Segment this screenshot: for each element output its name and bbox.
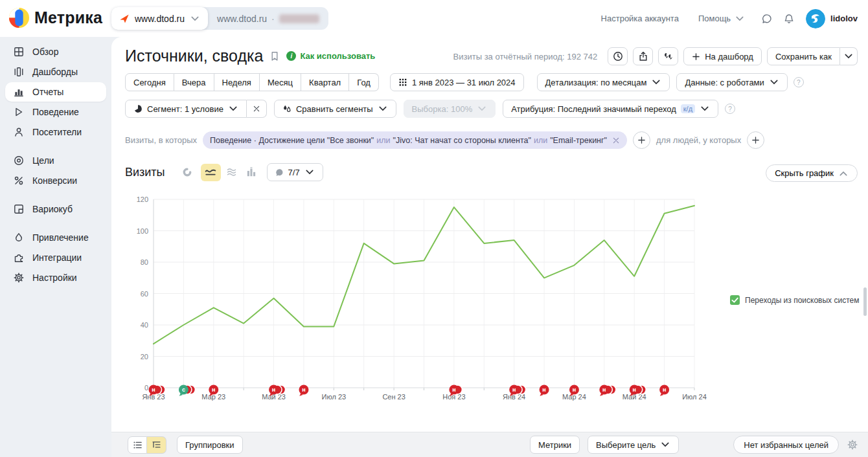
counter-favicon-icon bbox=[119, 14, 130, 24]
report-card: Источники, сводка i Как использовать Виз… bbox=[111, 37, 868, 432]
chevron-down-icon bbox=[700, 104, 710, 114]
groupings-button[interactable]: Группировки bbox=[177, 436, 243, 454]
add-to-dashboard-button[interactable]: На дашборд bbox=[683, 47, 762, 65]
sidebar-item-integrations[interactable]: Интеграции bbox=[5, 248, 106, 267]
sidebar-item-attraction[interactable]: Привлечение bbox=[5, 228, 106, 247]
help-menu[interactable]: Помощь bbox=[698, 14, 745, 24]
visits-chart[interactable]: 020406080100120Янв 23Мар 23Май 23Июл 23С… bbox=[125, 194, 702, 414]
preset-week[interactable]: Неделя bbox=[214, 73, 260, 91]
compare-segments-button[interactable]: Сравнить сегменты bbox=[274, 100, 396, 118]
preset-year[interactable]: Год bbox=[349, 73, 379, 91]
save-as-button[interactable]: Сохранить как bbox=[767, 47, 840, 65]
sidebar: Обзор Дашборды Отчеты Поведение Посетите… bbox=[0, 37, 111, 457]
chip-text: "Jivo: Чат начат со стороны клиента" bbox=[393, 136, 531, 145]
top-header: Метрика www.dtod.ru www.dtod.ru · Настро… bbox=[0, 0, 868, 37]
metrics-button[interactable]: Метрики bbox=[530, 436, 580, 454]
add-visit-filter-button[interactable] bbox=[633, 131, 650, 149]
sidebar-item-dashboards[interactable]: Дашборды bbox=[5, 62, 106, 82]
data-mode-button[interactable]: Данные: с роботами bbox=[676, 73, 787, 91]
how-to-use-label: Как использовать bbox=[300, 51, 375, 61]
legend-label: Переходы из поисковых систем bbox=[745, 296, 859, 305]
goal-filter-chip[interactable]: Поведение · Достижение цели "Все звонки"… bbox=[203, 131, 627, 149]
detalization-button[interactable]: Детализация: по месяцам bbox=[537, 73, 670, 91]
sidebar-item-behavior[interactable]: Поведение bbox=[5, 102, 106, 122]
add-people-filter-button[interactable] bbox=[747, 131, 764, 149]
preset-today[interactable]: Сегодня bbox=[125, 73, 174, 91]
legend-item-search-traffic[interactable]: Переходы из поисковых систем bbox=[730, 295, 859, 305]
sampling-button: Выборка: 100% bbox=[404, 100, 496, 118]
metrica-logo[interactable]: Метрика bbox=[9, 8, 102, 28]
hide-chart-button[interactable]: Скрыть график bbox=[766, 164, 858, 182]
counter-id-masked bbox=[279, 14, 319, 23]
separator-dot: · bbox=[271, 14, 275, 24]
sidebar-item-variocube[interactable]: Вариокуб bbox=[5, 199, 106, 219]
no-favorite-goals-pill[interactable]: Нет избранных целей bbox=[733, 436, 839, 454]
export-button[interactable] bbox=[633, 47, 653, 65]
history-button[interactable] bbox=[608, 47, 628, 65]
preset-yesterday[interactable]: Вчера bbox=[174, 73, 214, 91]
pie-chart-icon[interactable] bbox=[182, 167, 192, 177]
preset-month[interactable]: Месяц bbox=[260, 73, 301, 91]
choose-goal-label: Выберите цель bbox=[596, 440, 656, 450]
comments-button[interactable] bbox=[658, 47, 678, 65]
help-question-icon[interactable]: ? bbox=[725, 104, 735, 114]
chat-icon[interactable] bbox=[762, 14, 772, 24]
preset-quarter[interactable]: Квартал bbox=[301, 73, 349, 91]
sidebar-item-goals[interactable]: Цели bbox=[5, 151, 106, 170]
help-label: Помощь bbox=[698, 14, 731, 23]
target-icon bbox=[14, 155, 24, 166]
help-question-icon[interactable]: ? bbox=[794, 77, 804, 87]
attribution-button[interactable]: Атрибуция: Последний значимый переход к/… bbox=[503, 100, 718, 118]
avatar[interactable] bbox=[806, 9, 825, 28]
date-range-button[interactable]: 1 янв 2023 — 31 июл 2024 bbox=[390, 73, 524, 91]
tree-view-button-selected[interactable] bbox=[147, 436, 166, 454]
list-view-button[interactable] bbox=[128, 436, 147, 454]
segment-button[interactable]: Сегмент: 1 условие bbox=[125, 100, 247, 118]
svg-text:80: 80 bbox=[141, 258, 148, 266]
chevron-down-icon bbox=[304, 167, 315, 177]
footer-right: Метрики Выберите цель Нет избранных целе… bbox=[530, 436, 858, 454]
area-chart-icon[interactable] bbox=[227, 167, 237, 177]
annotations-button[interactable]: 7/7 bbox=[267, 163, 323, 181]
svg-text:Июл 23: Июл 23 bbox=[322, 393, 347, 401]
data-mode-label: Данные: с роботами bbox=[685, 78, 764, 87]
sidebar-item-overview[interactable]: Обзор bbox=[5, 42, 106, 61]
segment-clear-button[interactable] bbox=[247, 100, 267, 118]
filters-row: Визиты, в которых Поведение · Достижение… bbox=[125, 131, 764, 149]
svg-text:н: н bbox=[512, 386, 516, 393]
sidebar-item-label: Обзор bbox=[32, 47, 58, 57]
account-settings-link[interactable]: Настройка аккаунта bbox=[601, 14, 679, 23]
comments-icon bbox=[663, 51, 674, 61]
logo-text: Метрика bbox=[34, 8, 102, 27]
chevron-down-icon bbox=[651, 77, 661, 87]
sidebar-item-reports[interactable]: Отчеты bbox=[5, 82, 106, 102]
checkbox-checked-icon[interactable] bbox=[730, 295, 740, 305]
svg-text:н: н bbox=[602, 386, 606, 393]
counter-tab-active[interactable]: www.dtod.ru bbox=[111, 7, 208, 30]
bell-icon[interactable] bbox=[784, 14, 794, 24]
annotations-count: 7/7 bbox=[288, 168, 300, 177]
line-chart-toggle-selected[interactable] bbox=[201, 164, 221, 181]
choose-goal-button[interactable]: Выберите цель bbox=[588, 436, 679, 454]
table-view-toggle bbox=[128, 436, 166, 454]
save-as-caret-button[interactable] bbox=[840, 47, 858, 65]
sidebar-item-visitors[interactable]: Посетители bbox=[5, 122, 106, 142]
scrollbar-thumb[interactable] bbox=[863, 287, 867, 316]
sidebar-item-settings[interactable]: Настройки bbox=[5, 268, 106, 287]
bookmark-icon[interactable] bbox=[269, 51, 280, 61]
segment-label: Сегмент: 1 условие bbox=[147, 104, 223, 114]
gear-icon[interactable] bbox=[847, 440, 858, 450]
chip-close-icon[interactable] bbox=[612, 137, 620, 144]
chevron-down-icon bbox=[843, 51, 854, 61]
chevron-up-icon bbox=[838, 168, 849, 179]
how-to-use-link[interactable]: i Как использовать bbox=[286, 51, 375, 61]
dashboards-icon bbox=[14, 67, 24, 77]
sidebar-item-label: Конверсии bbox=[32, 175, 77, 186]
username[interactable]: lidolov bbox=[830, 14, 858, 23]
sidebar-item-conversions[interactable]: Конверсии bbox=[5, 171, 106, 190]
export-icon bbox=[638, 51, 648, 61]
calendar-icon bbox=[398, 78, 407, 87]
column-chart-icon[interactable] bbox=[246, 167, 257, 177]
chevron-down-icon bbox=[660, 440, 670, 450]
counter-tab-secondary[interactable]: www.dtod.ru · bbox=[208, 14, 328, 24]
